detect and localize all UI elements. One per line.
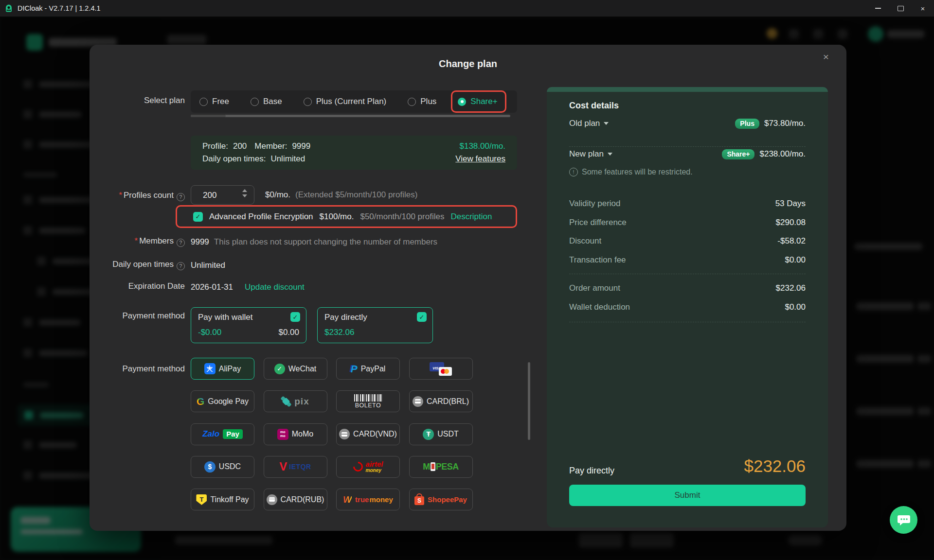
modal-title: Change plan (90, 58, 846, 70)
payment-method-truemoney[interactable]: Wtruemoney (336, 489, 400, 510)
stepper-up-icon[interactable] (242, 189, 247, 192)
payment-method-usdt[interactable]: ŦUSDT (409, 423, 473, 445)
vertical-scrollbar[interactable] (528, 362, 530, 440)
cost-row-value: $0.00 (785, 255, 806, 265)
payment-method-wechat[interactable]: ✓WeChat (264, 358, 327, 380)
new-plan-dropdown[interactable]: New plan (569, 149, 612, 159)
encryption-checkbox[interactable]: ✓ (193, 212, 203, 222)
radio-icon (304, 98, 312, 106)
payment-method-pix[interactable]: pix (264, 390, 327, 412)
payment-method-usdc[interactable]: $USDC (191, 456, 254, 478)
payment-method-label: CARD(BRL) (427, 397, 469, 406)
pay-with-wallet-option[interactable]: Pay with wallet ✓ -$0.00 $0.00 (191, 307, 306, 343)
submit-button[interactable]: Submit (569, 485, 806, 506)
app-window: DICloak - V2.7.17 | 1.2.4.1 × (0, 0, 934, 560)
cost-row-label: Wallet deduction (569, 302, 630, 312)
pix-icon (281, 397, 291, 406)
members-row: 9999 This plan does not support changing… (191, 236, 437, 248)
pix-wordmark: pix (294, 396, 309, 407)
payment-method-alipay[interactable]: AliPay (191, 358, 254, 380)
daily-open-times-value: Unlimited (191, 261, 225, 270)
cost-row-value: -$58.02 (777, 236, 806, 246)
payment-method-momo[interactable]: momoMoMo (264, 423, 327, 445)
cost-row-value: $232.06 (776, 283, 806, 293)
payment-method-paypal[interactable]: PPayPal (336, 358, 400, 380)
cost-row-label: Discount (569, 236, 601, 246)
plan-option-plus-current-plan-[interactable]: Plus (Current Plan) (304, 97, 387, 106)
plan-option-share+[interactable]: Share+ (458, 97, 497, 106)
payment-method-boleto[interactable]: BOLETO (336, 390, 400, 412)
stepper-arrows[interactable] (242, 189, 247, 197)
payment-method-mpesa[interactable]: MPESA (409, 456, 473, 478)
payment-method-shopeepay[interactable]: SShopeePay (409, 489, 473, 510)
old-plan-dropdown[interactable]: Old plan (569, 119, 609, 128)
payment-method-tinkoff[interactable]: TTinkoff Pay (191, 489, 254, 510)
plan-option-base[interactable]: Base (251, 97, 282, 106)
wallet-deduction: -$0.00 (198, 328, 221, 337)
plan-summary-box: Profile:200Member:9999 Daily open times:… (191, 136, 517, 170)
cost-row-validity-period: Validity period53 Days (569, 198, 806, 210)
wechat-icon: ✓ (274, 364, 285, 374)
plan-option-label: Plus (Current Plan) (316, 97, 387, 106)
new-plan-badge: Share+ (722, 149, 754, 159)
cost-row-label: Validity period (569, 199, 621, 209)
radio-icon (251, 98, 259, 106)
panel-top-accent (547, 87, 828, 92)
payment-method-googlepay[interactable]: GGoogle Pay (191, 390, 254, 412)
pay-directly-checkbox[interactable]: ✓ (417, 312, 427, 322)
daily-open-times-label: Daily open times? (90, 260, 185, 270)
pay-directly-option[interactable]: Pay directly ✓ $232.06 (317, 307, 433, 343)
cost-details-panel: Cost details Old plan Plus $73.80/mo. Ne… (547, 87, 828, 527)
minimize-button[interactable] (867, 0, 889, 17)
plan-option-plus[interactable]: Plus (408, 97, 436, 106)
payment-method-label: CARD(RUB) (281, 495, 324, 504)
profiles-count-stepper[interactable] (191, 185, 254, 205)
profiles-count-input[interactable] (202, 186, 233, 205)
maximize-button[interactable] (889, 0, 912, 17)
divider (569, 274, 806, 274)
old-plan-row: Old plan Plus $73.80/mo. (569, 117, 806, 130)
plan-radio-group: FreeBasePlus (Current Plan)PlusShare+ (191, 90, 517, 113)
payment-method-card-vnd[interactable]: CARD(VND) (336, 423, 400, 445)
payment-method-airtel[interactable]: airtelmoney (336, 456, 400, 478)
payment-method-card-rub[interactable]: CARD(RUB) (264, 489, 327, 510)
select-plan-label: Select plan (90, 96, 185, 105)
payment-method-card-brl[interactable]: CARD(BRL) (409, 390, 473, 412)
window-close-button[interactable]: × (912, 0, 934, 17)
shopeepay-wordmark: ShopeePay (428, 495, 467, 504)
wallet-checkbox[interactable]: ✓ (290, 312, 300, 322)
chat-support-button[interactable] (890, 506, 917, 534)
help-icon[interactable]: ? (177, 262, 185, 270)
payment-method-visa-mastercard[interactable]: VISA (409, 358, 473, 380)
cost-row-label: Price difference (569, 218, 627, 228)
encryption-description-link[interactable]: Description (450, 212, 492, 222)
payment-method-grid-label: Payment method (90, 364, 185, 374)
payment-method-label: USDC (219, 462, 241, 471)
profiles-note: (Extended $5/month/100 profiles) (295, 190, 417, 200)
payment-method-zalopay[interactable]: ZaloPay (191, 423, 254, 445)
update-discount-link[interactable]: Update discount (245, 282, 305, 292)
alipay-icon (204, 363, 216, 374)
horizontal-scrollbar[interactable] (191, 115, 510, 117)
close-icon[interactable]: × (823, 52, 829, 62)
radio-icon (199, 98, 208, 106)
encryption-price: $100/mo. (320, 212, 354, 222)
chat-icon (897, 513, 911, 527)
new-plan-row: New plan Share+ $238.00/mo. (569, 148, 806, 160)
payment-method-label: WeChat (288, 365, 317, 373)
view-features-link[interactable]: View features (455, 154, 505, 164)
plan-option-label: Plus (420, 97, 436, 106)
plan-option-label: Share+ (470, 97, 497, 106)
cost-row-price-difference: Price difference$290.08 (569, 217, 806, 228)
plan-option-free[interactable]: Free (199, 97, 229, 106)
profiles-price: $0/mo. (265, 190, 290, 200)
help-icon[interactable]: ? (177, 193, 185, 201)
change-plan-modal: Change plan × Select plan FreeBasePlus (… (90, 45, 846, 531)
payment-method-vietqr[interactable]: VIETQR (264, 456, 327, 478)
plan-price: $138.00/mo. (459, 141, 505, 151)
stepper-down-icon[interactable] (242, 194, 247, 197)
wallet-balance: $0.00 (278, 328, 299, 337)
mpesa-icon: MPESA (423, 462, 459, 472)
usdt-icon: Ŧ (423, 429, 434, 440)
help-icon[interactable]: ? (177, 239, 185, 247)
